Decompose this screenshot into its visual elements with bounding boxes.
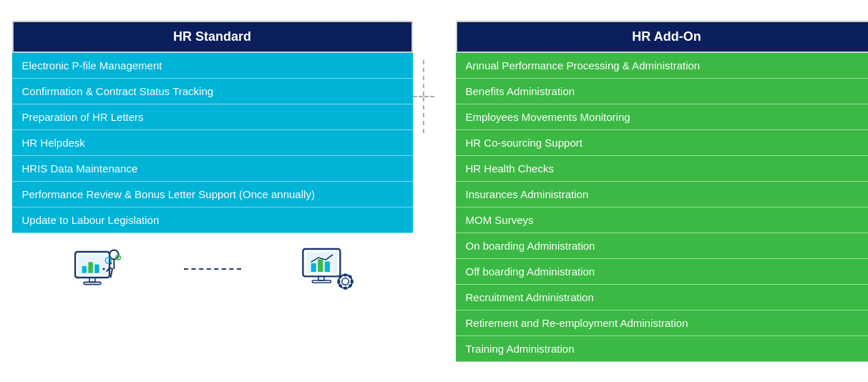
- icons-area: [12, 240, 413, 298]
- right-list-item: HR Health Checks: [456, 156, 869, 182]
- svg-rect-6: [84, 282, 101, 284]
- main-container: HR Standard Electronic P-file Management…: [12, 21, 857, 362]
- svg-point-12: [102, 268, 104, 270]
- connector-line: [184, 268, 241, 270]
- svg-rect-24: [337, 280, 340, 283]
- right-icon: [298, 240, 356, 298]
- svg-rect-25: [350, 280, 353, 283]
- right-list-item: On boarding Administration: [456, 233, 869, 259]
- left-list-item: HR Helpdesk: [12, 130, 413, 156]
- svg-rect-4: [94, 264, 99, 273]
- right-list-item: HR Co-sourcing Support: [456, 130, 869, 156]
- hr-addon-section: HR Add-On Annual Performance Processing …: [456, 21, 869, 362]
- hr-standard-header: HR Standard: [12, 21, 413, 53]
- right-list-item: Recruitment Administration: [456, 285, 869, 310]
- svg-point-11: [109, 262, 112, 264]
- left-list-item: Performance Review & Bonus Letter Suppor…: [12, 182, 413, 207]
- hr-standard-list: Electronic P-file ManagementConfirmation…: [12, 53, 413, 233]
- left-list-item: HRIS Data Maintenance: [12, 156, 413, 182]
- left-list-item: Update to Labour Legislation: [12, 207, 413, 233]
- svg-point-7: [109, 250, 119, 259]
- right-list-item: Training Administration: [456, 336, 869, 362]
- hr-addon-list: Annual Performance Processing & Administ…: [456, 53, 869, 362]
- svg-rect-3: [88, 262, 92, 273]
- right-list-item: Retirement and Re-employment Administrat…: [456, 310, 869, 336]
- left-list-item: Preparation of HR Letters: [12, 104, 413, 130]
- svg-point-21: [341, 278, 348, 285]
- svg-rect-22: [343, 273, 347, 276]
- svg-rect-2: [82, 266, 86, 273]
- right-list-item: MOM Surveys: [456, 207, 869, 233]
- hr-addon-header: HR Add-On: [456, 21, 869, 53]
- left-icon: [69, 240, 127, 298]
- svg-rect-19: [312, 280, 331, 283]
- right-list-item: Benefits Administration: [456, 79, 869, 104]
- right-list-item: Annual Performance Processing & Administ…: [456, 53, 869, 79]
- left-list-item: Confirmation & Contract Status Tracking: [12, 79, 413, 104]
- left-list-item: Electronic P-file Management: [12, 53, 413, 79]
- right-list-item: Off boarding Administration: [456, 259, 869, 285]
- right-list-item: Employees Movements Monitoring: [456, 104, 869, 130]
- svg-rect-17: [324, 261, 329, 271]
- right-list-item: Insurances Administration: [456, 182, 869, 207]
- svg-rect-23: [343, 286, 347, 289]
- svg-rect-16: [318, 259, 323, 272]
- svg-rect-15: [311, 263, 316, 272]
- hr-standard-section: HR Standard Electronic P-file Management…: [12, 21, 413, 298]
- middle-connector: [413, 21, 434, 133]
